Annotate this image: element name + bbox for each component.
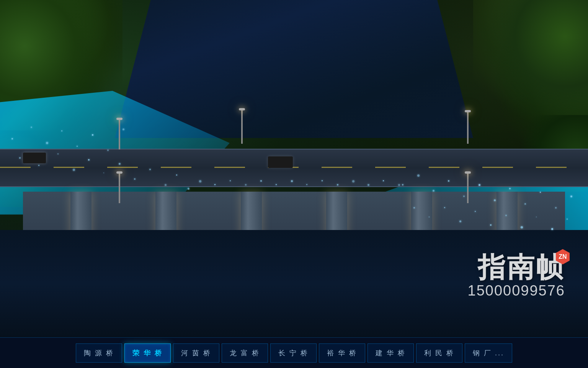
road-surface: [0, 149, 588, 187]
car-1: [23, 153, 46, 163]
nav-item-jian-hua[interactable]: 建 华 桥: [368, 343, 414, 363]
street-light-2: [241, 109, 243, 144]
water-bottom: [0, 230, 588, 337]
nav-item-rong-hua[interactable]: 荣 华 桥: [124, 343, 171, 363]
street-light-4: [119, 172, 120, 203]
car-2: [268, 156, 293, 168]
nav-item-li-min[interactable]: 利 民 桥: [416, 343, 462, 363]
main-container: 指南帧 ZN 15000099576 陶 源 桥 荣 华 桥 河 茵 桥 龙 富…: [0, 0, 588, 368]
nav-item-he-yin[interactable]: 河 茵 桥: [173, 343, 219, 363]
nav-item-chang-ning[interactable]: 长 宁 桥: [270, 343, 317, 363]
road-center-line: [0, 167, 588, 168]
street-light-5: [467, 172, 469, 203]
street-light-3: [467, 111, 469, 144]
nav-item-yu-hua[interactable]: 裕 华 桥: [319, 343, 365, 363]
street-light-1: [119, 119, 120, 150]
nav-item-gang-chang[interactable]: 钢 厂 ...: [465, 343, 512, 363]
nav-item-tao-yuan[interactable]: 陶 源 桥: [76, 343, 122, 363]
nav-item-long-fu[interactable]: 龙 富 桥: [222, 343, 268, 363]
nav-bar: 陶 源 桥 荣 华 桥 河 茵 桥 龙 富 桥 长 宁 桥 裕 华 桥 建 华 …: [0, 337, 588, 368]
